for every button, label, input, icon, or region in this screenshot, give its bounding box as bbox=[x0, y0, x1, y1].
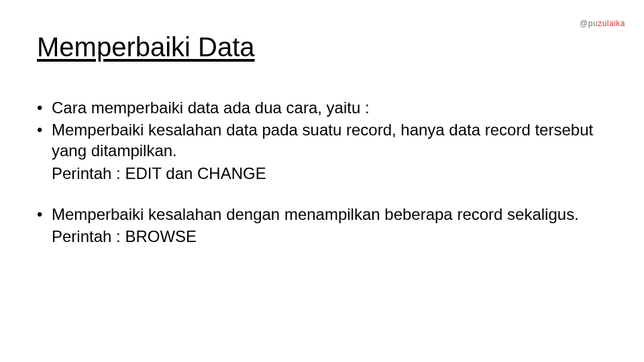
watermark: @puzulaika bbox=[580, 19, 625, 28]
bullet-item: Memperbaiki kesalahan dengan menampilkan… bbox=[37, 204, 607, 225]
bullet-item: Memperbaiki kesalahan data pada suatu re… bbox=[37, 119, 607, 161]
watermark-prefix: @pu bbox=[580, 19, 598, 28]
slide-title: Memperbaiki Data bbox=[37, 32, 255, 62]
bullet-continuation: Perintah : BROWSE bbox=[37, 226, 607, 247]
slide-body: Cara memperbaiki data ada dua cara, yait… bbox=[37, 97, 607, 248]
bullet-item: Cara memperbaiki data ada dua cara, yait… bbox=[37, 97, 607, 118]
bullet-continuation: Perintah : EDIT dan CHANGE bbox=[37, 163, 607, 184]
watermark-name: zulaika bbox=[598, 19, 625, 28]
slide: @puzulaika Memperbaiki Data Cara memperb… bbox=[0, 0, 644, 362]
